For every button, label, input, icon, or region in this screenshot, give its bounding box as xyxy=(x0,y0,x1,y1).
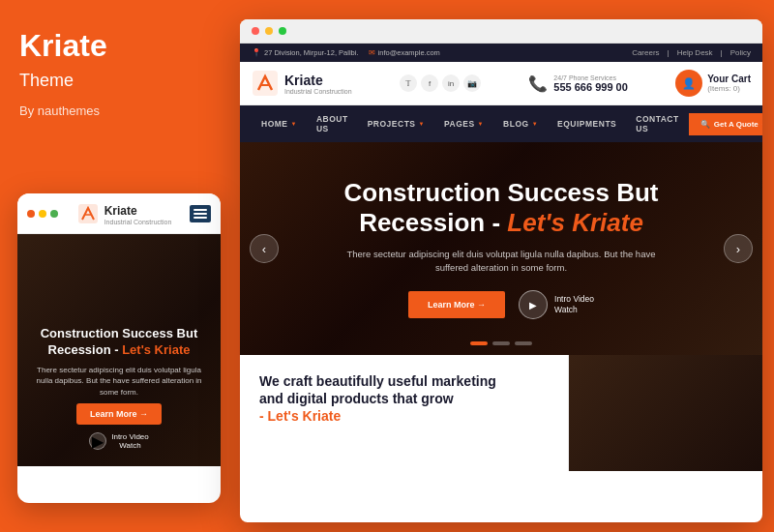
instagram-icon[interactable]: 📷 xyxy=(463,74,481,92)
nav-projects[interactable]: PROJECTS ▼ xyxy=(358,110,434,137)
hero-prev-button[interactable]: ‹ xyxy=(250,234,279,263)
hero-video-icon: ▶ xyxy=(519,290,548,319)
bottom-tagline: We craft beautifully useful marketing an… xyxy=(259,372,549,426)
cart-label: Your Cart xyxy=(707,74,751,84)
hero-dot-1[interactable] xyxy=(470,341,488,345)
mobile-preview-card: Kriate Industrial Construction Construct… xyxy=(17,193,221,503)
mobile-video-text: Intro Video Watch xyxy=(111,432,149,451)
mobile-hero-desc: There sectetur adipiscing elit duis volu… xyxy=(29,365,209,398)
hero-description: There sectetur adipiscing elit duis volu… xyxy=(337,248,666,276)
mobile-top-bar: Kriate Industrial Construction xyxy=(17,193,221,234)
browser-dot-red xyxy=(252,27,259,35)
phone-number: 555 666 999 00 xyxy=(553,81,627,93)
hero-content: Construction Success But Recession - Let… xyxy=(288,178,714,320)
topbar-address: 📍 27 Division, Mirpur-12, Pallbi. xyxy=(252,48,359,57)
hero-video-text: Intro Video Watch xyxy=(554,294,594,315)
hero-title: Construction Success But Recession - Let… xyxy=(288,178,714,238)
phone-icon: 📞 xyxy=(528,74,548,93)
topbar-left: 📍 27 Division, Mirpur-12, Pallbi. ✉ info… xyxy=(252,48,440,57)
hero-video-button[interactable]: ▶ Intro Video Watch xyxy=(519,290,594,319)
social-icons: 𝕋 f in 📷 xyxy=(400,74,481,92)
bottom-image-overlay xyxy=(569,355,762,471)
browser-dot-yellow xyxy=(265,27,273,35)
cart-avatar: 👤 xyxy=(675,70,702,97)
site-logo-icon xyxy=(252,70,279,97)
mobile-logo: Kriate Industrial Construction xyxy=(76,201,172,225)
twitter-icon[interactable]: 𝕋 xyxy=(400,74,417,92)
topbar-right: Careers | Help Desk | Policy xyxy=(632,48,751,57)
mobile-hero-title: Construction Success But Recession - Let… xyxy=(29,326,209,359)
mobile-logo-subtext: Industrial Construction xyxy=(104,219,172,225)
site-logo-name: Kriate xyxy=(284,73,352,88)
mobile-learn-more-button[interactable]: Learn More → xyxy=(76,403,162,425)
nav-items: HOME ▼ ABOUT US PROJECTS ▼ PAGES ▼ BLOG … xyxy=(252,105,689,142)
browser-dot-green xyxy=(279,27,286,35)
brand-title: Kriate xyxy=(19,29,213,63)
mobile-hero-content: Construction Success But Recession - Let… xyxy=(29,326,209,451)
mobile-dot-yellow xyxy=(39,210,46,218)
nav-equipments[interactable]: EQUIPMENTS xyxy=(548,110,626,137)
mobile-logo-icon xyxy=(76,202,100,225)
mobile-menu-button[interactable] xyxy=(190,205,211,222)
topbar-email: ✉ info@example.com xyxy=(369,48,440,57)
hero-dot-2[interactable] xyxy=(492,341,510,345)
brand-by: By nauthemes xyxy=(19,103,213,118)
facebook-icon[interactable]: f xyxy=(421,74,438,92)
bottom-text-area: We craft beautifully useful marketing an… xyxy=(240,355,569,471)
get-quote-button[interactable]: 🔍 Get A Quote → xyxy=(689,113,762,135)
hero-buttons: Learn More → ▶ Intro Video Watch xyxy=(288,290,714,319)
nav-about[interactable]: ABOUT US xyxy=(307,105,358,142)
topbar-helpdesk[interactable]: Help Desk xyxy=(677,48,713,57)
mobile-dot-green xyxy=(50,210,58,218)
site-logo-subtitle: Industrial Construction xyxy=(284,88,352,95)
hero-dot-3[interactable] xyxy=(515,341,532,345)
mobile-video-circle: ▶ xyxy=(89,432,106,450)
mobile-video-button[interactable]: ▶ Intro Video Watch xyxy=(29,432,209,451)
site-topbar: 📍 27 Division, Mirpur-12, Pallbi. ✉ info… xyxy=(240,44,762,62)
bottom-image-area xyxy=(569,355,762,471)
site-bottom-section: We craft beautifully useful marketing an… xyxy=(240,355,762,471)
site-navigation: HOME ▼ ABOUT US PROJECTS ▼ PAGES ▼ BLOG … xyxy=(240,105,762,142)
location-icon: 📍 xyxy=(252,48,261,57)
site-hero-section: ‹ Construction Success But Recession - L… xyxy=(240,142,762,355)
hero-slide-indicators xyxy=(470,341,532,345)
topbar-policy[interactable]: Policy xyxy=(730,48,751,57)
phone-area: 📞 24/7 Phone Services 555 666 999 00 xyxy=(528,74,627,93)
cart-items: (Items: 0) xyxy=(707,84,751,93)
nav-contact[interactable]: CONTACT US xyxy=(626,105,688,142)
mobile-hero-section: Construction Success But Recession - Let… xyxy=(17,234,221,466)
hero-next-button[interactable]: › xyxy=(724,234,753,263)
hero-learn-more-button[interactable]: Learn More → xyxy=(408,291,505,318)
mobile-window-dots xyxy=(27,210,58,218)
nav-blog[interactable]: BLOG ▼ xyxy=(493,110,548,137)
mobile-logo-text: Kriate xyxy=(104,204,137,218)
site-logo: Kriate Industrial Construction xyxy=(252,70,352,97)
browser-chrome xyxy=(240,19,762,44)
brand-subtitle: Theme xyxy=(19,71,213,92)
nav-pages[interactable]: PAGES ▼ xyxy=(434,110,493,137)
phone-label: 24/7 Phone Services xyxy=(553,74,627,81)
nav-home[interactable]: HOME ▼ xyxy=(252,110,307,137)
mobile-dot-red xyxy=(27,210,35,218)
site-header: Kriate Industrial Construction 𝕋 f in 📷 … xyxy=(240,62,762,105)
linkedin-icon[interactable]: in xyxy=(442,74,460,92)
cart-area[interactable]: 👤 Your Cart (Items: 0) xyxy=(675,70,751,97)
desktop-preview-panel: 📍 27 Division, Mirpur-12, Pallbi. ✉ info… xyxy=(240,19,762,522)
left-panel: Kriate Theme By nauthemes Kriate Industr… xyxy=(0,0,232,532)
email-icon: ✉ xyxy=(369,48,375,57)
topbar-careers[interactable]: Careers xyxy=(632,48,659,57)
